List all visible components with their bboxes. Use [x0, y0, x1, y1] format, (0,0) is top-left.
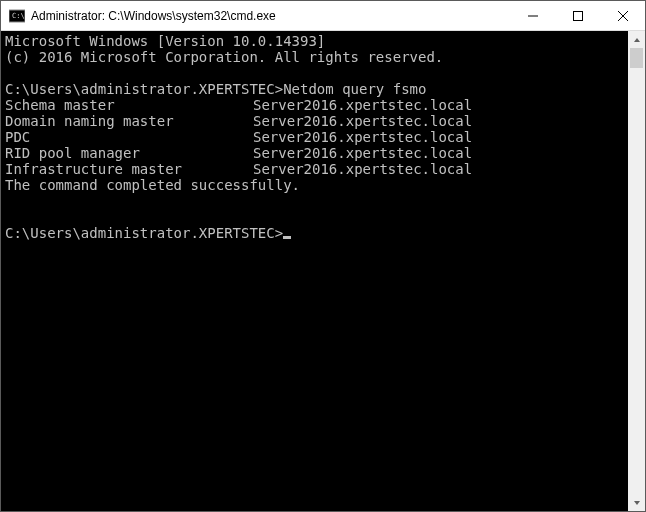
scroll-up-button[interactable] — [628, 31, 645, 48]
banner-line: Microsoft Windows [Version 10.0.14393] — [5, 33, 624, 49]
prompt-command: Netdom query fsmo — [283, 81, 426, 97]
fsmo-role-row: Domain naming masterServer2016.xpertstec… — [5, 113, 624, 129]
scroll-down-button[interactable] — [628, 494, 645, 511]
fsmo-role-row: PDCServer2016.xpertstec.local — [5, 129, 624, 145]
prompt-path: C:\Users\administrator.XPERTSTEC> — [5, 81, 283, 97]
fsmo-role-name: Domain naming master — [5, 113, 253, 129]
fsmo-role-name: Infrastructure master — [5, 161, 253, 177]
fsmo-role-row: Schema masterServer2016.xpertstec.local — [5, 97, 624, 113]
titlebar[interactable]: C:\ Administrator: C:\Windows\system32\c… — [1, 1, 645, 31]
fsmo-role-value: Server2016.xpertstec.local — [253, 113, 472, 129]
blank-line — [5, 193, 624, 209]
fsmo-role-row: Infrastructure masterServer2016.xpertste… — [5, 161, 624, 177]
completion-line: The command completed successfully. — [5, 177, 624, 193]
fsmo-role-name: Schema master — [5, 97, 253, 113]
minimize-button[interactable] — [510, 1, 555, 30]
fsmo-role-name: PDC — [5, 129, 253, 145]
fsmo-role-value: Server2016.xpertstec.local — [253, 145, 472, 161]
blank-line — [5, 65, 624, 81]
scrollbar-track[interactable] — [628, 48, 645, 494]
scrollbar-thumb[interactable] — [630, 48, 643, 68]
fsmo-role-name: RID pool manager — [5, 145, 253, 161]
svg-marker-6 — [634, 38, 640, 42]
maximize-button[interactable] — [555, 1, 600, 30]
window-title: Administrator: C:\Windows\system32\cmd.e… — [31, 9, 510, 23]
prompt-line: C:\Users\administrator.XPERTSTEC>Netdom … — [5, 81, 624, 97]
svg-rect-3 — [573, 11, 582, 20]
window-controls — [510, 1, 645, 30]
svg-text:C:\: C:\ — [12, 12, 25, 20]
cmd-icon: C:\ — [9, 8, 25, 24]
console-output[interactable]: Microsoft Windows [Version 10.0.14393](c… — [1, 31, 628, 511]
prompt-path: C:\Users\administrator.XPERTSTEC> — [5, 225, 283, 241]
vertical-scrollbar[interactable] — [628, 31, 645, 511]
svg-marker-7 — [634, 501, 640, 505]
fsmo-role-value: Server2016.xpertstec.local — [253, 161, 472, 177]
cursor — [283, 236, 291, 239]
fsmo-role-value: Server2016.xpertstec.local — [253, 97, 472, 113]
fsmo-role-row: RID pool managerServer2016.xpertstec.loc… — [5, 145, 624, 161]
cmd-window: C:\ Administrator: C:\Windows\system32\c… — [0, 0, 646, 512]
prompt-line: C:\Users\administrator.XPERTSTEC> — [5, 225, 624, 241]
banner-line: (c) 2016 Microsoft Corporation. All righ… — [5, 49, 624, 65]
fsmo-role-value: Server2016.xpertstec.local — [253, 129, 472, 145]
console-area: Microsoft Windows [Version 10.0.14393](c… — [1, 31, 645, 511]
blank-line — [5, 209, 624, 225]
close-button[interactable] — [600, 1, 645, 30]
